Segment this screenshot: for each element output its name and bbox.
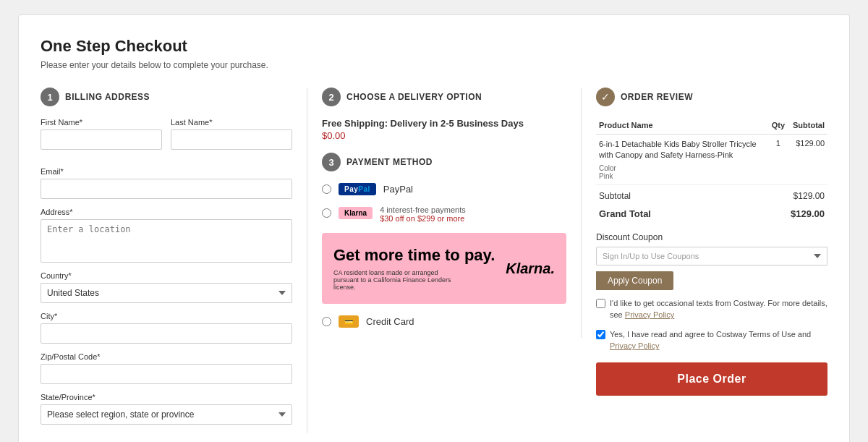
discount-section: Discount Coupon Sign In/Up to Use Coupon… bbox=[596, 232, 827, 290]
zip-input[interactable] bbox=[41, 364, 292, 384]
email-label: Email* bbox=[41, 167, 292, 176]
delivery-section: 2 CHOOSE A DELIVERY OPTION Free Shipping… bbox=[307, 88, 582, 338]
grand-total-row: Grand Total $129.00 bbox=[596, 205, 827, 224]
paypal-radio[interactable] bbox=[322, 184, 331, 194]
free-shipping-price: $0.00 bbox=[322, 130, 566, 141]
credit-card-option: 💳 Credit Card bbox=[322, 315, 566, 328]
klarna-banner: Get more time to pay. CA resident loans … bbox=[322, 233, 566, 304]
email-group: Email* bbox=[41, 167, 292, 199]
klarna-logo: Klarna. bbox=[506, 260, 555, 277]
last-name-input[interactable] bbox=[171, 129, 292, 150]
credit-card-badge: 💳 bbox=[339, 315, 359, 328]
product-cell: 6-in-1 Detachable Kids Baby Stroller Tri… bbox=[596, 135, 769, 185]
subtotal-label: Subtotal bbox=[596, 184, 769, 205]
first-name-group: First Name* bbox=[41, 118, 162, 150]
first-name-input[interactable] bbox=[41, 129, 162, 150]
klarna-discount: $30 off on $299 or more bbox=[380, 214, 466, 223]
sms-checkbox-row: I'd like to get occasional texts from Co… bbox=[596, 297, 827, 321]
page-subtitle: Please enter your details below to compl… bbox=[41, 60, 827, 70]
checkout-container: One Step Checkout Please enter your deta… bbox=[18, 14, 850, 442]
city-group: City* bbox=[41, 312, 292, 344]
product-color-label: Color bbox=[599, 164, 766, 172]
klarna-banner-sub: CA resident loans made or arranged pursu… bbox=[333, 269, 464, 291]
apply-coupon-button[interactable]: Apply Coupon bbox=[596, 271, 673, 290]
grand-total-value: $129.00 bbox=[788, 205, 827, 224]
email-input[interactable] bbox=[41, 179, 292, 199]
order-check-icon: ✓ bbox=[596, 88, 615, 106]
paypal-label: PayPal bbox=[383, 184, 413, 195]
free-shipping-label: Free Shipping: Delivery in 2-5 Business … bbox=[322, 118, 566, 129]
klarna-installment: 4 interest-free payments bbox=[380, 205, 466, 214]
delivery-number: 2 bbox=[322, 88, 341, 106]
paypal-option: PayPal PayPal bbox=[322, 183, 566, 195]
billing-header: 1 BILLING ADDRESS bbox=[41, 88, 292, 106]
col-subtotal-header: Subtotal bbox=[788, 118, 827, 135]
last-name-label: Last Name* bbox=[171, 118, 292, 127]
payment-number: 3 bbox=[322, 153, 341, 171]
country-select[interactable]: United States bbox=[41, 283, 292, 303]
order-table: Product Name Qty Subtotal 6-in-1 Detacha… bbox=[596, 118, 827, 224]
col-qty-header: Qty bbox=[769, 118, 788, 135]
zip-label: Zip/Postal Code* bbox=[41, 352, 292, 361]
address-label: Address* bbox=[41, 208, 292, 216]
order-title: ORDER REVIEW bbox=[621, 92, 693, 102]
order-header: ✓ ORDER REVIEW bbox=[596, 88, 827, 106]
terms-checkbox-row: Yes, I have read and agree to Costway Te… bbox=[596, 328, 827, 352]
billing-number: 1 bbox=[41, 88, 59, 106]
sections-row: 1 BILLING ADDRESS First Name* Last Name*… bbox=[41, 88, 827, 433]
city-label: City* bbox=[41, 312, 292, 320]
state-select[interactable]: Please select region, state or province bbox=[41, 404, 292, 425]
coupon-select-row: Sign In/Up to Use Coupons bbox=[596, 247, 827, 265]
terms-checkbox[interactable] bbox=[596, 330, 605, 339]
billing-section: 1 BILLING ADDRESS First Name* Last Name*… bbox=[41, 88, 307, 433]
delivery-header: 2 CHOOSE A DELIVERY OPTION bbox=[322, 88, 566, 106]
discount-label: Discount Coupon bbox=[596, 232, 827, 242]
name-row: First Name* Last Name* bbox=[41, 118, 292, 158]
state-label: State/Province* bbox=[41, 393, 292, 401]
delivery-title: CHOOSE A DELIVERY OPTION bbox=[346, 92, 482, 102]
klarna-radio[interactable] bbox=[322, 208, 331, 218]
state-group: State/Province* Please select region, st… bbox=[41, 393, 292, 425]
zip-group: Zip/Postal Code* bbox=[41, 352, 292, 384]
privacy-policy-link-1[interactable]: Privacy Policy bbox=[625, 310, 674, 319]
col-product-header: Product Name bbox=[596, 118, 769, 135]
subtotal-value: $129.00 bbox=[788, 184, 827, 205]
klarna-badge: Klarna bbox=[339, 207, 373, 219]
subtotal-row: Subtotal $129.00 bbox=[596, 184, 827, 205]
sms-checkbox[interactable] bbox=[596, 299, 605, 308]
klarna-info: 4 interest-free payments $30 off on $299… bbox=[380, 205, 466, 223]
city-input[interactable] bbox=[41, 323, 292, 344]
order-section: ✓ ORDER REVIEW Product Name Qty Subtotal… bbox=[582, 88, 827, 396]
place-order-button[interactable]: Place Order bbox=[596, 362, 827, 396]
klarna-option: Klarna 4 interest-free payments $30 off … bbox=[322, 205, 566, 223]
product-color-value: Pink bbox=[599, 172, 766, 180]
sms-checkbox-text: I'd like to get occasional texts from Co… bbox=[610, 297, 827, 321]
paypal-badge: PayPal bbox=[339, 183, 376, 195]
country-group: Country* United States bbox=[41, 271, 292, 303]
payment-header: 3 PAYMENT METHOD bbox=[322, 153, 566, 171]
table-row: 6-in-1 Detachable Kids Baby Stroller Tri… bbox=[596, 135, 827, 185]
credit-card-radio[interactable] bbox=[322, 317, 331, 326]
product-price: $129.00 bbox=[788, 135, 827, 185]
privacy-policy-link-2[interactable]: Privacy Policy bbox=[610, 341, 659, 350]
billing-title: BILLING ADDRESS bbox=[65, 92, 150, 102]
payment-title: PAYMENT METHOD bbox=[346, 157, 433, 167]
address-group: Address* bbox=[41, 208, 292, 263]
klarna-banner-content: Get more time to pay. CA resident loans … bbox=[333, 246, 495, 291]
grand-total-label: Grand Total bbox=[596, 205, 769, 224]
coupon-select[interactable]: Sign In/Up to Use Coupons bbox=[596, 247, 827, 265]
address-input[interactable] bbox=[41, 219, 292, 263]
credit-card-label: Credit Card bbox=[366, 316, 414, 327]
klarna-banner-text: Get more time to pay. bbox=[333, 246, 495, 265]
last-name-group: Last Name* bbox=[171, 118, 292, 150]
product-qty: 1 bbox=[769, 135, 788, 185]
terms-checkbox-text: Yes, I have read and agree to Costway Te… bbox=[610, 328, 827, 352]
product-name: 6-in-1 Detachable Kids Baby Stroller Tri… bbox=[599, 139, 766, 161]
first-name-label: First Name* bbox=[41, 118, 162, 127]
country-label: Country* bbox=[41, 271, 292, 280]
page-title: One Step Checkout bbox=[41, 37, 827, 56]
free-shipping-option: Free Shipping: Delivery in 2-5 Business … bbox=[322, 118, 566, 141]
